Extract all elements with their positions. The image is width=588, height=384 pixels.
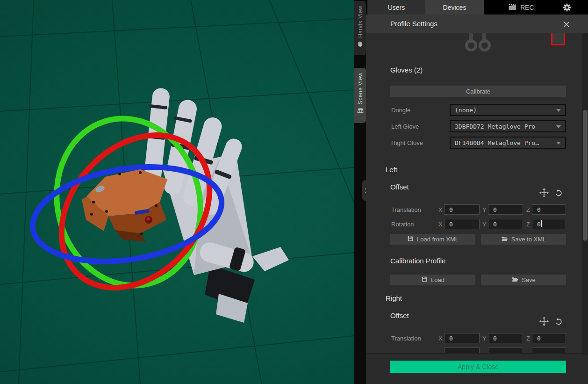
clapperboard-icon xyxy=(508,2,517,13)
tab-scene-view[interactable]: Scene View xyxy=(354,68,366,123)
save-to-xml-button[interactable]: Save to XML xyxy=(481,234,566,245)
left-translation-row: X Y Z xyxy=(366,204,588,216)
right-glove-dropdown[interactable]: DF14B0B4 Metaglove Pro… xyxy=(450,137,566,149)
robot-hand-model xyxy=(142,87,289,323)
left-rotation-row: X Y Z xyxy=(366,219,588,230)
calibrate-label: Calibrate xyxy=(466,88,490,95)
scene-viewport[interactable] xyxy=(0,0,354,384)
rec-label: REC xyxy=(520,4,534,11)
right-rotation-row-clipped xyxy=(366,348,588,353)
close-button[interactable] xyxy=(562,20,570,28)
dialog-scroll-area[interactable]: Gloves (2) Calibrate Dongle (none) Left … xyxy=(366,33,588,353)
left-offset-move-button[interactable] xyxy=(538,187,550,198)
calibration-load-button[interactable]: Load xyxy=(390,275,475,285)
tab-devices-label: Devices xyxy=(443,4,466,11)
dialog-footer: Apply & Close xyxy=(366,353,588,384)
left-offset-rotate-button[interactable] xyxy=(553,187,564,198)
scene-view-label: Scene View xyxy=(357,72,364,104)
scrollbar-thumb[interactable] xyxy=(583,110,588,241)
right-translation-row: X Y Z xyxy=(366,333,588,344)
close-icon xyxy=(563,21,570,28)
hands-view-label: Hands View xyxy=(357,6,364,38)
folder-icon xyxy=(501,235,508,244)
calibrate-button[interactable]: Calibrate xyxy=(390,86,566,97)
glove-tracker-module xyxy=(82,169,167,242)
apply-close-label: Apply & Close xyxy=(458,363,499,370)
left-glove-dropdown[interactable]: 3DBFDD72 Metaglove Pro xyxy=(450,120,566,132)
move-icon xyxy=(539,188,549,198)
dialog-title: Profile Settings xyxy=(390,20,437,28)
right-translation-x-input[interactable] xyxy=(444,333,480,343)
glove-fingertip-ring xyxy=(465,39,477,51)
left-rotation-y-input[interactable] xyxy=(488,219,523,229)
apply-close-button[interactable]: Apply & Close xyxy=(390,361,566,373)
axis-z-label: Z xyxy=(526,206,530,213)
gear-icon xyxy=(562,3,572,12)
top-tab-bar: Users Devices REC xyxy=(366,0,588,14)
glove-fingertip-ring xyxy=(479,39,491,51)
right-translation-y-input[interactable] xyxy=(488,333,523,343)
left-translation-y-input[interactable] xyxy=(488,204,523,215)
scrollbar-track[interactable] xyxy=(582,33,588,355)
axis-z-label: Z xyxy=(526,221,530,228)
settings-gear-button[interactable] xyxy=(562,2,572,13)
tab-devices[interactable]: Devices xyxy=(425,0,484,14)
clipped-input[interactable] xyxy=(532,348,566,353)
right-heading: Right xyxy=(386,294,402,302)
left-translation-z-input[interactable] xyxy=(532,204,566,215)
gloves-heading: Gloves (2) xyxy=(390,66,423,74)
axis-x-label: X xyxy=(438,221,443,228)
left-glove-label: Left Glove xyxy=(391,123,419,130)
left-offset-heading: Offset xyxy=(390,183,409,191)
chevron-down-icon xyxy=(556,125,561,128)
folder-icon xyxy=(511,276,518,284)
hand-icon xyxy=(357,41,363,49)
left-rotation-z-input[interactable] xyxy=(532,219,566,229)
axis-z-label: Z xyxy=(526,335,530,342)
floppy-icon xyxy=(421,276,428,284)
axis-y-label: Y xyxy=(482,206,487,213)
dongle-value: (none) xyxy=(455,107,477,114)
calibration-load-label: Load xyxy=(431,276,445,283)
load-from-xml-button[interactable]: Load from XML xyxy=(390,234,475,245)
move-icon xyxy=(539,316,549,326)
dongle-label: Dongle xyxy=(391,107,410,114)
left-translation-x-input[interactable] xyxy=(444,204,480,215)
axis-x-label: X xyxy=(438,206,443,213)
tab-users[interactable]: Users xyxy=(367,0,425,14)
rec-button[interactable]: REC xyxy=(508,0,534,14)
left-glove-value: 3DBFDD72 Metaglove Pro xyxy=(455,123,535,130)
floppy-icon xyxy=(407,235,414,243)
tab-hands-view[interactable]: Hands View xyxy=(354,1,366,55)
rotate-icon xyxy=(554,188,563,197)
load-from-xml-label: Load from XML xyxy=(417,236,459,243)
axis-y-label: Y xyxy=(482,335,487,342)
right-offset-heading: Offset xyxy=(390,312,409,319)
axis-y-label: Y xyxy=(482,221,487,228)
save-to-xml-label: Save to XML xyxy=(511,236,546,243)
left-heading: Left xyxy=(386,166,397,174)
right-translation-z-input[interactable] xyxy=(532,333,566,343)
left-offset-rotate-highlight xyxy=(551,33,565,45)
dialog-titlebar: Profile Settings xyxy=(366,14,588,33)
left-rotation-x-input[interactable] xyxy=(444,219,480,229)
chevron-down-icon xyxy=(556,109,561,112)
scene-grid-icon xyxy=(357,107,364,116)
axis-x-label: X xyxy=(438,335,443,342)
calibration-save-label: Save xyxy=(522,276,536,283)
app-window: Hands View Scene View Users Devices xyxy=(0,0,588,384)
text-caret xyxy=(541,220,542,227)
scene-3d-render xyxy=(0,0,354,384)
calibration-profile-heading: Calibration Profile xyxy=(390,257,445,265)
chevron-down-icon xyxy=(556,142,561,145)
right-glove-value: DF14B0B4 Metaglove Pro… xyxy=(455,139,539,146)
right-glove-label: Right Glove xyxy=(391,139,423,146)
rotate-icon xyxy=(554,317,563,326)
clipped-input[interactable] xyxy=(488,348,523,353)
right-offset-rotate-button[interactable] xyxy=(553,316,564,327)
right-offset-move-button[interactable] xyxy=(538,316,550,327)
calibration-save-button[interactable]: Save xyxy=(481,275,566,285)
dongle-dropdown[interactable]: (none) xyxy=(450,104,566,116)
clipped-input[interactable] xyxy=(444,348,480,353)
settings-panel: Users Devices REC xyxy=(366,0,588,384)
